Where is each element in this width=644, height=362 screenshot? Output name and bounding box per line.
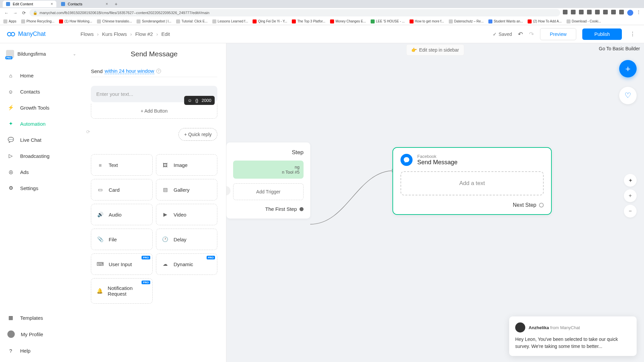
file-icon: 📎 <box>97 236 104 243</box>
extension-icon[interactable] <box>619 10 624 14</box>
block-image[interactable]: 🖼Image <box>156 154 218 176</box>
extension-icon[interactable] <box>579 10 584 14</box>
bookmark-icon <box>488 19 492 23</box>
help-tooltip-icon[interactable]: ? <box>156 69 161 73</box>
app-logo[interactable]: ManyChat <box>7 30 80 39</box>
canvas-top-bar: 👉 Edit step in sidebar <box>226 43 644 57</box>
input-toolbar: ☺ {} 2000 <box>184 96 215 105</box>
edit-panel: Send Message Send within 24 hour window … <box>82 43 226 362</box>
variable-icon[interactable]: {} <box>195 98 198 103</box>
favorite-fab[interactable]: ♡ <box>619 87 637 104</box>
block-text[interactable]: ≡Text <box>91 154 153 176</box>
sidebar-item-templates[interactable]: ▦ Templates <box>0 310 82 326</box>
zoom-out-button[interactable]: − <box>624 205 637 218</box>
bookmark-item[interactable]: Money Changes E... <box>330 19 366 23</box>
new-tab-button[interactable]: + <box>113 1 119 7</box>
org-selector[interactable]: PRO Bildungsfirma ⌄ <box>0 47 82 61</box>
bookmark-item[interactable]: (1) How Working... <box>59 19 92 23</box>
bookmark-item[interactable]: Download - Cooki... <box>567 19 601 23</box>
sidebar-item-contacts[interactable]: ☺ Contacts <box>0 83 82 100</box>
chevron-right-icon: › <box>97 31 99 37</box>
pro-badge: PRO <box>207 256 215 259</box>
more-menu-button[interactable]: ⋮ <box>628 31 637 37</box>
sidebar-item-home[interactable]: ⌂ Home <box>0 67 82 83</box>
breadcrumb-item[interactable]: Kurs Flows <box>102 31 127 37</box>
pro-badge: PRO <box>142 256 150 259</box>
bookmark-item[interactable]: Lessons Learned f... <box>212 19 248 23</box>
url-field[interactable]: 🔒 manychat.com/fb198150208192061B/cms/fi… <box>30 9 560 16</box>
content-block-grid: ≡Text 🖼Image ▭Card ▤Gallery 🔊Audio ▶Vide… <box>91 154 217 304</box>
breadcrumb-item[interactable]: Flows <box>80 31 94 37</box>
extension-icon[interactable] <box>603 10 608 14</box>
trigger-pill[interactable]: ng n Tool #5 <box>233 161 304 179</box>
bookmark-item[interactable]: (2) How To Add A... <box>528 19 561 23</box>
close-icon[interactable]: × <box>106 2 108 6</box>
browser-tab-active[interactable]: Edit Content × <box>3 1 56 7</box>
bookmark-item[interactable]: Chinese translatio... <box>97 19 132 23</box>
sidebar-item-broadcasting[interactable]: ▷ Broadcasting <box>0 148 82 164</box>
support-chat-popup[interactable]: Anzhelika from ManyChat Hey Leon, You've… <box>509 316 637 356</box>
sidebar-item-growth-tools[interactable]: ⚡ Growth Tools <box>0 100 82 116</box>
output-connector[interactable] <box>300 207 304 211</box>
bookmark-item[interactable]: Tutorial: Click E... <box>176 19 208 23</box>
add-button-row[interactable]: + Add Button <box>91 104 217 119</box>
bookmark-item[interactable]: The Top 3 Platfor... <box>292 19 325 23</box>
breadcrumb-item[interactable]: Flow #2 <box>135 31 153 37</box>
sidebar-item-my-profile[interactable]: My Profile <box>0 326 82 343</box>
browser-tab[interactable]: Contacts × <box>58 1 111 7</box>
block-file[interactable]: 📎File <box>91 229 153 250</box>
bookmark-icon <box>330 19 334 23</box>
block-card[interactable]: ▭Card <box>91 179 153 200</box>
block-notification-request[interactable]: PRO🔔Notification Request <box>91 278 153 304</box>
trigger-step-card[interactable]: Step ng n Tool #5 ‹ Add Trigger The Firs… <box>226 142 310 219</box>
menu-icon[interactable]: ⋮ <box>637 10 641 16</box>
sidebar-item-settings[interactable]: ⚙ Settings <box>0 180 82 196</box>
block-video[interactable]: ▶Video <box>156 204 218 225</box>
send-message-node[interactable]: Facebook Send Message Add a text Next St… <box>392 147 552 215</box>
block-delay[interactable]: 🕐Delay <box>156 229 218 250</box>
preview-button[interactable]: Preview <box>540 28 576 40</box>
bookmarks-bar: Apps Phone Recycling... (1) How Working.… <box>0 17 644 25</box>
add-trigger-button[interactable]: Add Trigger <box>233 183 304 200</box>
back-button[interactable]: ← <box>3 10 9 16</box>
output-connector[interactable] <box>539 203 544 207</box>
bookmark-item[interactable]: Phone Recycling... <box>21 19 54 23</box>
sidebar-item-automation[interactable]: ✦ Automation <box>0 116 82 132</box>
extension-icon[interactable] <box>587 10 592 14</box>
close-icon[interactable]: × <box>51 2 53 6</box>
reload-button[interactable]: ⟳ <box>21 10 27 16</box>
bookmark-item[interactable]: Apps <box>3 19 16 23</box>
add-step-fab[interactable]: + <box>619 60 637 77</box>
extension-icon[interactable] <box>595 10 600 14</box>
collapse-button[interactable]: ‹ <box>226 186 230 195</box>
bookmark-item[interactable]: Sonderangebot | I... <box>137 19 171 23</box>
flow-canvas[interactable]: 👉 Edit step in sidebar Go To Basic Build… <box>226 43 644 362</box>
edit-step-sidebar-button[interactable]: 👉 Edit step in sidebar <box>406 44 464 56</box>
bookmark-item[interactable]: Datenschutz – Re... <box>449 19 484 23</box>
profile-avatar[interactable] <box>627 10 633 16</box>
message-text-input[interactable]: Enter your text... ☺ {} 2000 <box>91 86 217 102</box>
bookmark-item[interactable]: How to get more f... <box>410 19 444 23</box>
extension-icon[interactable] <box>563 10 568 14</box>
sidebar-item-help[interactable]: ? Help <box>0 343 82 359</box>
forward-button[interactable]: → <box>12 10 18 16</box>
sidebar-item-live-chat[interactable]: 💬 Live Chat <box>0 132 82 148</box>
sidebar-item-ads[interactable]: ◎ Ads <box>0 164 82 180</box>
bookmark-item[interactable]: Student Wants an... <box>488 19 523 23</box>
block-audio[interactable]: 🔊Audio <box>91 204 153 225</box>
block-gallery[interactable]: ▤Gallery <box>156 179 218 200</box>
emoji-icon[interactable]: ☺ <box>187 98 192 103</box>
extension-icon[interactable] <box>571 10 576 14</box>
publish-button[interactable]: Publish <box>582 28 622 40</box>
goto-basic-builder-link[interactable]: Go To Basic Builder <box>599 46 640 51</box>
undo-button[interactable]: ↶ <box>518 31 523 38</box>
add-text-placeholder[interactable]: Add a text <box>400 171 544 195</box>
send-within-link[interactable]: within 24 hour window <box>105 68 154 74</box>
auto-layout-button[interactable]: ✦ <box>624 174 637 187</box>
bookmark-item[interactable]: LEE 'S HOUSE - ... <box>371 19 405 23</box>
bookmark-item[interactable]: Qing Fei De Yi - Y... <box>253 19 287 23</box>
block-user-input[interactable]: PRO⌨User Input <box>91 253 153 275</box>
block-dynamic[interactable]: PRO☁Dynamic <box>156 253 218 275</box>
extension-icon[interactable] <box>611 10 616 14</box>
zoom-in-button[interactable]: + <box>624 189 637 202</box>
